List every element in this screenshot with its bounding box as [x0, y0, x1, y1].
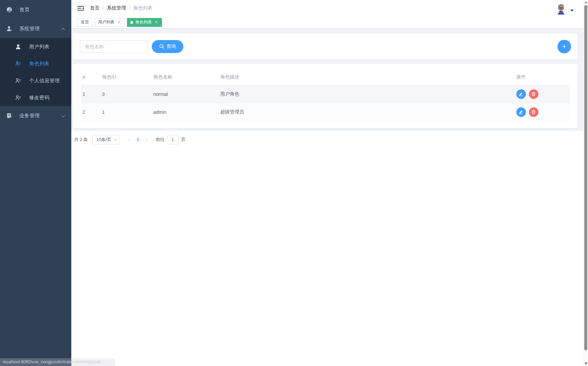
- navbar: 首页 / 系统管理 / 角色列表: [71, 0, 583, 16]
- workspace: 查询 + # 角色ID 角色名称 角色描述 操作 1: [71, 29, 583, 131]
- trash-icon: [531, 92, 536, 96]
- delete-button[interactable]: [529, 89, 538, 99]
- sidebar-item-label: 用户列表: [29, 43, 50, 50]
- page-unit-label: 页: [181, 137, 186, 143]
- user-icon: [15, 44, 21, 50]
- sidebar-item-system-mgmt[interactable]: 系统管理: [0, 19, 71, 38]
- user-list-icon: [15, 78, 21, 84]
- sidebar-item-business-mgmt[interactable]: 业务管理: [0, 106, 71, 125]
- table-row: 1 3 normal 用户角色: [81, 85, 570, 103]
- sidebar-item-label: 角色列表: [29, 60, 50, 67]
- sidebar-item-label: 首页: [19, 6, 30, 13]
- chevron-down-icon: [114, 139, 117, 141]
- page-size-value: 10条/页: [96, 137, 111, 143]
- search-card: 查询 +: [73, 33, 578, 59]
- navbar-right: [555, 2, 574, 15]
- sidebar-item-label: 修改密码: [29, 94, 50, 101]
- sidebar-item-profile-mgmt[interactable]: 个人信息管理: [0, 72, 71, 89]
- caret-down-icon[interactable]: [570, 10, 574, 12]
- edit-button[interactable]: [516, 107, 526, 117]
- column-header-role-desc: 角色描述: [219, 69, 515, 85]
- role-name-search-input[interactable]: [80, 40, 148, 53]
- column-header-role-name: 角色名称: [152, 69, 219, 85]
- role-table-card: # 角色ID 角色名称 角色描述 操作 1 3 normal 用户角色: [73, 64, 578, 128]
- tab-home[interactable]: 首页: [77, 18, 92, 27]
- cell-role-desc: 用户角色: [219, 85, 515, 103]
- query-button-label: 查询: [166, 43, 176, 50]
- close-icon[interactable]: ×: [154, 20, 159, 25]
- scroll-down-arrow-icon[interactable]: [585, 363, 587, 365]
- cell-role-desc: 超级管理员: [219, 103, 515, 121]
- active-tab-dot: [130, 21, 133, 24]
- sidebar-item-role-list[interactable]: 角色列表: [0, 55, 71, 72]
- sidebar-item-label: 系统管理: [19, 25, 40, 32]
- user-list-icon: [15, 95, 21, 101]
- cell-role-name: normal: [152, 85, 219, 103]
- column-header-actions: 操作: [515, 69, 570, 85]
- breadcrumb-separator: /: [129, 5, 130, 11]
- tab-label: 角色列表: [135, 19, 152, 25]
- column-header-role-id: 角色ID: [101, 69, 152, 85]
- edit-pencil-icon: [519, 92, 523, 96]
- add-role-button[interactable]: +: [557, 40, 571, 53]
- breadcrumb-system-mgmt[interactable]: 系统管理: [107, 5, 126, 11]
- chevron-up-icon: [61, 26, 65, 31]
- avatar[interactable]: [555, 2, 567, 15]
- cell-role-id: 3: [101, 85, 152, 103]
- cell-role-id: 1: [101, 103, 152, 121]
- current-page-number[interactable]: 1: [133, 137, 142, 142]
- tab-role-list[interactable]: 角色列表 ×: [127, 18, 162, 27]
- sidebar-item-user-list[interactable]: 用户列表: [0, 38, 71, 55]
- dashboard-icon: [6, 7, 12, 13]
- sidebar-item-label: 业务管理: [19, 112, 40, 119]
- trash-icon: [531, 110, 536, 114]
- cell-index: 2: [81, 103, 101, 121]
- hamburger-icon[interactable]: [77, 5, 84, 12]
- chevron-down-icon: [61, 113, 65, 118]
- role-table: # 角色ID 角色名称 角色描述 操作 1 3 normal 用户角色: [81, 69, 570, 121]
- page-size-select[interactable]: 10条/页: [92, 135, 120, 144]
- sidebar: 首页 系统管理 用户列表 角色列表 个人信息管理: [0, 0, 71, 366]
- pagination-total: 共 2 条: [74, 137, 88, 143]
- tab-user-list[interactable]: 用户列表 ×: [95, 18, 125, 27]
- sidebar-item-label: 个人信息管理: [29, 77, 60, 84]
- scroll-up-arrow-icon[interactable]: [585, 1, 587, 3]
- goto-label: 前往: [156, 137, 165, 143]
- pagination: 共 2 条 10条/页 ‹ 1 › 前往 页: [74, 135, 583, 144]
- document-edit-icon: [6, 113, 12, 119]
- tab-label: 用户列表: [98, 19, 114, 25]
- edit-pencil-icon: [519, 110, 523, 114]
- cell-index: 1: [81, 85, 101, 103]
- table-header-row: # 角色ID 角色名称 角色描述 操作: [81, 69, 570, 85]
- row-actions: [516, 85, 568, 103]
- breadcrumb: 首页 / 系统管理 / 角色列表: [90, 5, 152, 11]
- user-gear-icon: [6, 26, 12, 32]
- table-row: 2 1 admin 超级管理员: [81, 103, 570, 121]
- tab-label: 首页: [81, 19, 89, 25]
- query-button[interactable]: 查询: [152, 40, 183, 53]
- breadcrumb-separator: /: [103, 5, 104, 11]
- sidebar-item-home[interactable]: 首页: [0, 0, 71, 19]
- prev-page-button[interactable]: ‹: [125, 137, 133, 142]
- goto-page-input[interactable]: [167, 135, 179, 144]
- close-icon[interactable]: ×: [116, 20, 121, 25]
- tags-view-bar: 首页 用户列表 × 角色列表 ×: [71, 16, 583, 29]
- breadcrumb-current-page: 角色列表: [133, 5, 152, 11]
- user-list-icon: [15, 61, 21, 67]
- breadcrumb-home[interactable]: 首页: [90, 5, 99, 11]
- column-header-index: #: [81, 69, 101, 85]
- main-area: 首页 / 系统管理 / 角色列表 首页 用户列表 × 角色列表 ×: [71, 0, 583, 366]
- cell-role-name: admin: [152, 103, 219, 121]
- scrollbar-thumb[interactable]: [584, 5, 587, 350]
- edit-button[interactable]: [516, 89, 526, 99]
- row-actions: [516, 103, 568, 121]
- search-icon: [159, 44, 164, 49]
- next-page-button[interactable]: ›: [143, 137, 150, 142]
- vertical-scrollbar: [583, 0, 588, 366]
- delete-button[interactable]: [529, 107, 538, 117]
- sidebar-item-change-password[interactable]: 修改密码: [0, 89, 71, 106]
- status-url-bubble: localhost:8080/vue_nongjuzulin/index.htm…: [0, 358, 115, 366]
- system-mgmt-submenu: 用户列表 角色列表 个人信息管理 修改密码: [0, 38, 71, 106]
